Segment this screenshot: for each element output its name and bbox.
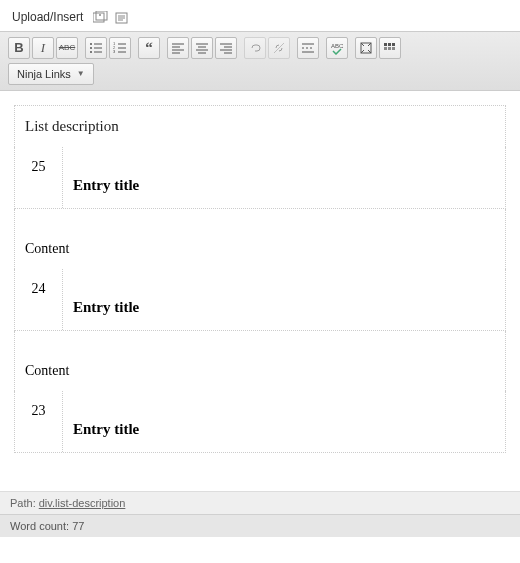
ninja-links-dropdown[interactable]: Ninja Links ▼ <box>8 63 94 85</box>
svg-rect-0 <box>93 13 104 22</box>
media-icon[interactable] <box>93 11 109 25</box>
bullet-list-button[interactable] <box>85 37 107 59</box>
align-left-button[interactable] <box>167 37 189 59</box>
path-value[interactable]: div.list-description <box>39 497 126 509</box>
insert-more-button[interactable] <box>297 37 319 59</box>
svg-point-7 <box>90 43 92 45</box>
align-center-button[interactable] <box>191 37 213 59</box>
italic-button[interactable]: I <box>32 37 54 59</box>
upload-bar: Upload/Insert <box>0 0 520 31</box>
entry-title[interactable]: Entry title <box>63 269 149 330</box>
entry-row: 25 Entry title <box>14 147 506 209</box>
entry-row: 24 Entry title <box>14 269 506 331</box>
link-button[interactable] <box>244 37 266 59</box>
list-description[interactable]: List description <box>14 105 506 147</box>
align-right-button[interactable] <box>215 37 237 59</box>
entry-row: 23 Entry title <box>14 391 506 453</box>
editor-content[interactable]: List description 25 Entry title Content … <box>0 91 520 491</box>
svg-point-9 <box>90 47 92 49</box>
fullscreen-button[interactable] <box>355 37 377 59</box>
entry-number[interactable]: 23 <box>15 391 63 452</box>
svg-rect-37 <box>384 43 387 46</box>
chevron-down-icon: ▼ <box>77 69 85 78</box>
entry-content[interactable]: Content <box>14 209 506 269</box>
svg-rect-39 <box>392 43 395 46</box>
wordcount-label: Word count: <box>10 520 72 532</box>
svg-rect-38 <box>388 43 391 46</box>
text-icon[interactable] <box>114 11 130 25</box>
path-bar: Path: div.list-description <box>0 491 520 514</box>
blockquote-button[interactable]: “ <box>138 37 160 59</box>
bold-button[interactable]: B <box>8 37 30 59</box>
entry-content[interactable]: Content <box>14 331 506 391</box>
svg-rect-40 <box>384 47 387 50</box>
entry-number[interactable]: 24 <box>15 269 63 330</box>
unlink-button[interactable] <box>268 37 290 59</box>
svg-point-2 <box>99 14 101 16</box>
svg-point-11 <box>90 51 92 53</box>
svg-rect-1 <box>96 11 107 20</box>
entry-title[interactable]: Entry title <box>63 391 149 452</box>
strikethrough-button[interactable]: ABC <box>56 37 78 59</box>
svg-text:3: 3 <box>113 49 116 54</box>
dropdown-label: Ninja Links <box>17 68 71 80</box>
numbered-list-button[interactable]: 123 <box>109 37 131 59</box>
toolbar-row-2: Ninja Links ▼ <box>8 61 512 87</box>
path-label: Path: <box>10 497 39 509</box>
entry-title[interactable]: Entry title <box>63 147 149 208</box>
entry-number[interactable]: 25 <box>15 147 63 208</box>
svg-text:ABC: ABC <box>331 43 344 49</box>
wordcount-value: 77 <box>72 520 84 532</box>
spellcheck-button[interactable]: ABC <box>326 37 348 59</box>
upload-label: Upload/Insert <box>12 10 83 24</box>
svg-rect-42 <box>392 47 395 50</box>
wordcount-bar: Word count: 77 <box>0 514 520 537</box>
editor-toolbar: B I ABC 123 “ ABC Ninja Links ▼ <box>0 31 520 91</box>
svg-rect-41 <box>388 47 391 50</box>
kitchen-sink-button[interactable] <box>379 37 401 59</box>
toolbar-row-1: B I ABC 123 “ ABC <box>8 35 512 61</box>
